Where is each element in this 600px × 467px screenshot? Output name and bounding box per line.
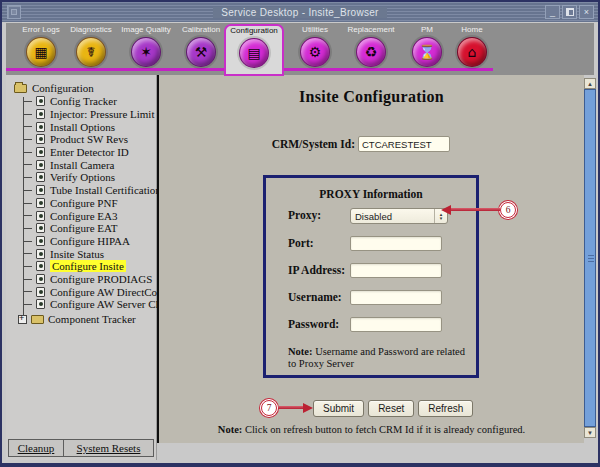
- document-icon: [36, 96, 45, 106]
- document-icon: [36, 236, 45, 246]
- app-window: Service Desktop - Insite_Browser _ × Err…: [0, 0, 600, 467]
- home-icon: ⌂: [457, 37, 487, 67]
- tree-item-enter-detector-id[interactable]: Enter Detector ID: [36, 146, 152, 159]
- system-resets-link[interactable]: System Resets: [64, 440, 153, 456]
- crm-system-id-input[interactable]: [358, 136, 450, 152]
- tree-root-configuration[interactable]: Configuration: [10, 81, 152, 95]
- username-label: Username:: [288, 291, 342, 303]
- proxy-box-title: PROXY Information: [266, 188, 476, 200]
- vertical-scrollbar: ▲ ▼: [584, 78, 596, 438]
- tree-item-install-camera[interactable]: Install Camera: [36, 158, 152, 171]
- document-icon: [36, 261, 45, 271]
- proxy-dropdown-value: Disabled: [355, 211, 392, 222]
- callout-7-badge: 7: [261, 400, 277, 416]
- replacement-icon: ♻: [356, 37, 386, 67]
- proxy-dropdown[interactable]: Disabled ▴▾: [350, 208, 448, 224]
- pm-icon: ⌛: [412, 37, 442, 67]
- document-icon: [36, 160, 45, 170]
- scrollbar-thumb[interactable]: [584, 89, 596, 427]
- password-label: Password:: [288, 318, 339, 330]
- password-input[interactable]: [350, 317, 442, 332]
- window-menu-button[interactable]: [7, 5, 21, 19]
- tree-item-verify-options[interactable]: Verify Options: [36, 171, 152, 184]
- port-input[interactable]: [350, 236, 442, 251]
- scrollbar-grip-icon: [588, 258, 594, 259]
- toolbar-button-error-logs[interactable]: Error Logs ▦: [13, 25, 69, 73]
- tree-item-configure-insite[interactable]: Configure Insite: [36, 260, 152, 273]
- ip-address-input[interactable]: [350, 263, 442, 278]
- selected-tree-item-highlight: Configure Insite: [50, 260, 126, 272]
- toolbar-button-replacement[interactable]: Replacement ♻: [343, 25, 399, 73]
- document-icon: [36, 274, 45, 284]
- maximize-button[interactable]: [562, 5, 577, 19]
- document-icon: [36, 185, 45, 195]
- document-icon: [36, 134, 45, 144]
- tree-root-label: Configuration: [32, 82, 94, 94]
- tree-footer-bar: Cleanup System Resets: [8, 439, 154, 457]
- callout-7-arrowhead-icon: [303, 403, 313, 413]
- utilities-icon: ⚙: [300, 37, 330, 67]
- callout-6-arrowhead-icon: [441, 205, 451, 215]
- callout-6-badge: 6: [500, 202, 516, 218]
- minimize-button[interactable]: _: [545, 5, 560, 19]
- tree-item-component-tracker[interactable]: Component Tracker: [10, 313, 152, 326]
- document-icon: [36, 109, 45, 119]
- toolbar-button-home[interactable]: Home ⌂: [444, 25, 500, 73]
- tree-item-install-options[interactable]: Install Options: [36, 120, 152, 133]
- toolbar-button-image-quality[interactable]: Image Quality ✶: [118, 25, 174, 73]
- refresh-button[interactable]: Refresh: [418, 400, 473, 417]
- insite-configuration-panel: Insite Configuration CRM/System Id: PROX…: [159, 75, 584, 443]
- diagnostics-icon: ☤: [76, 37, 106, 67]
- toolbar-button-configuration[interactable]: Configuration ▤: [224, 24, 284, 76]
- tree-item-insite-status[interactable]: Insite Status: [36, 247, 152, 260]
- tree-item-injector-pressure-limit-unit[interactable]: Injector: Pressure Limit Unit: [36, 108, 152, 121]
- tree-item-configure-hipaa[interactable]: Configure HIPAA: [36, 235, 152, 248]
- refresh-hint-note: Note: Click on refresh button to fetch C…: [159, 424, 584, 435]
- tree-item-configure-prodiags[interactable]: Configure PRODIAGS: [36, 273, 152, 286]
- window-menu-icon: [11, 9, 17, 15]
- document-icon: [36, 147, 45, 157]
- document-icon: [36, 211, 45, 221]
- crm-system-id-label: CRM/System Id:: [159, 138, 355, 150]
- configuration-icon: ▤: [239, 38, 269, 68]
- title-bar[interactable]: Service Desktop - Insite_Browser _ ×: [2, 2, 598, 22]
- document-icon: [36, 223, 45, 233]
- document-icon: [36, 122, 45, 132]
- close-button[interactable]: ×: [579, 5, 594, 19]
- document-icon: [36, 287, 45, 297]
- document-icon: [36, 198, 45, 208]
- tree-item-configure-ea3[interactable]: Configure EA3: [36, 209, 152, 222]
- tree-item-configure-pnf[interactable]: Configure PNF: [36, 197, 152, 210]
- document-icon: [36, 299, 45, 309]
- calibration-icon: ⚒: [186, 37, 216, 67]
- tree-item-tube-install-certification[interactable]: Tube Install Certification: [36, 184, 152, 197]
- toolbar: Error Logs ▦ Diagnostics ☤ Image Quality…: [6, 23, 594, 75]
- scroll-down-icon[interactable]: ▼: [584, 427, 596, 438]
- proxy-box-note: Note: Username and Password are related …: [288, 346, 466, 370]
- username-input[interactable]: [350, 290, 442, 305]
- toolbar-button-calibration[interactable]: Calibration ⚒: [173, 25, 229, 73]
- document-icon: [36, 249, 45, 259]
- tree-item-configure-aw-server-client[interactable]: Configure AW Server Client: [36, 298, 152, 311]
- page-title: Insite Configuration: [159, 88, 584, 106]
- submit-button[interactable]: Submit: [313, 400, 364, 417]
- callout-7-arrow-line: [278, 406, 304, 409]
- toolbar-button-diagnostics[interactable]: Diagnostics ☤: [63, 25, 119, 73]
- maximize-icon: [566, 8, 574, 16]
- navigation-tree-panel: Configuration Config Tracker Injector: P…: [6, 75, 157, 460]
- tree-item-product-sw-revs[interactable]: Product SW Revs: [36, 133, 152, 146]
- tree-item-config-tracker[interactable]: Config Tracker: [36, 95, 152, 108]
- cleanup-link[interactable]: Cleanup: [9, 440, 64, 456]
- reset-button[interactable]: Reset: [368, 400, 414, 417]
- closed-folder-icon: [31, 315, 44, 324]
- expand-plus-icon[interactable]: [18, 315, 27, 324]
- tree-item-configure-aw-directconnect[interactable]: Configure AW DirectConnect: [36, 285, 152, 298]
- proxy-label: Proxy:: [288, 209, 321, 221]
- port-label: Port:: [288, 237, 314, 249]
- error-logs-icon: ▦: [26, 37, 56, 67]
- scroll-up-icon[interactable]: ▲: [584, 78, 596, 89]
- toolbar-button-utilities[interactable]: Utilities ⚙: [287, 25, 343, 73]
- callout-6-arrow-line: [450, 208, 500, 211]
- tree-item-configure-eat[interactable]: Configure EAT: [36, 222, 152, 235]
- window-title: Service Desktop - Insite_Browser: [213, 7, 386, 18]
